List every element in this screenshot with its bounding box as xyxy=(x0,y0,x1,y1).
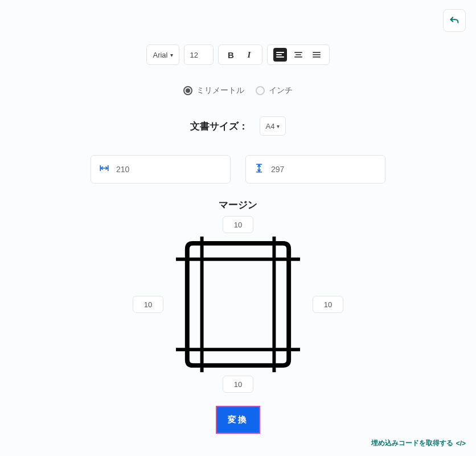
font-family-label: Arial xyxy=(153,51,167,59)
undo-button[interactable] xyxy=(443,9,466,32)
font-size-input[interactable] xyxy=(190,51,207,59)
font-style-group: B I xyxy=(218,44,262,65)
document-preset-label: A4 xyxy=(266,122,275,131)
document-preset-select[interactable]: A4 ▾ xyxy=(260,116,286,136)
font-size-group xyxy=(184,44,214,65)
document-size-row: 文書サイズ： A4 ▾ xyxy=(0,116,476,136)
convert-button[interactable]: 変換 xyxy=(216,406,260,433)
align-left-button[interactable] xyxy=(273,48,287,62)
unit-mm-label: ミリメートル xyxy=(196,85,244,96)
undo-icon xyxy=(448,14,461,27)
height-icon xyxy=(254,163,264,176)
radio-unchecked-icon xyxy=(256,86,265,95)
height-input-group xyxy=(245,155,385,184)
margin-bottom-input[interactable] xyxy=(223,376,253,393)
width-input[interactable] xyxy=(116,165,222,174)
radio-checked-icon xyxy=(183,86,192,95)
unit-inch-label: インチ xyxy=(269,85,293,96)
italic-button[interactable]: I xyxy=(243,48,256,62)
height-input[interactable] xyxy=(271,165,377,174)
chevron-down-icon: ▾ xyxy=(170,52,173,58)
font-family-select[interactable]: Arial ▾ xyxy=(146,44,179,65)
embed-code-link[interactable]: 埋め込みコードを取得する </> xyxy=(371,438,466,448)
align-group xyxy=(267,44,330,65)
align-justify-button[interactable] xyxy=(310,48,323,62)
unit-selector: ミリメートル インチ xyxy=(0,85,476,96)
document-size-label: 文書サイズ： xyxy=(190,120,248,133)
margin-label: マージン xyxy=(0,198,476,211)
margin-diagram xyxy=(176,237,300,372)
align-center-icon xyxy=(294,50,303,59)
align-center-button[interactable] xyxy=(292,48,305,62)
margin-block xyxy=(133,216,343,393)
unit-mm-option[interactable]: ミリメートル xyxy=(183,85,244,96)
chevron-down-icon: ▾ xyxy=(277,123,280,129)
width-icon xyxy=(99,163,109,176)
embed-code-label: 埋め込みコードを取得する xyxy=(371,438,453,448)
width-input-group xyxy=(91,155,231,184)
margin-top-input[interactable] xyxy=(223,216,253,233)
unit-inch-option[interactable]: インチ xyxy=(256,85,293,96)
bold-button[interactable]: B xyxy=(224,48,238,62)
code-icon: </> xyxy=(456,439,466,447)
margin-left-input[interactable] xyxy=(133,296,163,313)
align-left-icon xyxy=(276,50,285,59)
text-toolbar: Arial ▾ B I xyxy=(0,44,476,65)
dimensions-row xyxy=(0,155,476,184)
margin-right-input[interactable] xyxy=(313,296,343,313)
align-justify-icon xyxy=(312,50,321,59)
